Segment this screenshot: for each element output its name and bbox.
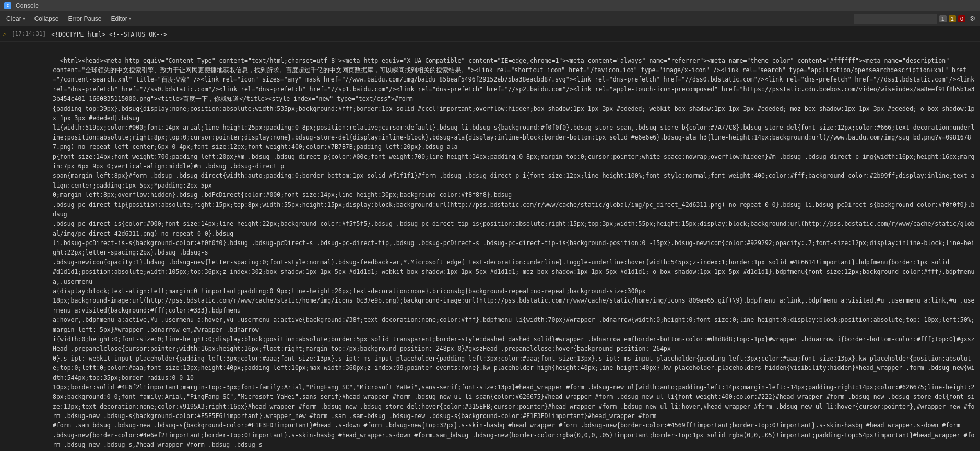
console-output[interactable]: ⚠ [17:14:31] <!DOCTYPE html> <!--STATUS … bbox=[0, 26, 980, 451]
warning-icon: ⚠ bbox=[3, 30, 6, 38]
console-icon: C bbox=[4, 2, 11, 9]
badge-error: 0 bbox=[958, 15, 965, 22]
badge-1: 1 bbox=[939, 15, 947, 22]
clear-button[interactable]: Clear ▾ bbox=[2, 13, 29, 25]
clear-dropdown-arrow: ▾ bbox=[23, 16, 25, 21]
log-entry: ⚠ [17:14:31] <!DOCTYPE html> <!--STATUS … bbox=[0, 28, 980, 42]
title-text: Console bbox=[16, 2, 39, 9]
log-timestamp: [17:14:31] bbox=[9, 29, 49, 38]
collapse-label: Collapse bbox=[34, 15, 59, 22]
spacer-icon bbox=[0, 43, 9, 44]
html-content-entry: <html><head><meta http-equiv="Content-Ty… bbox=[0, 42, 980, 451]
toolbar: Clear ▾ Collapse Error Pause Editor ▾ 1 … bbox=[0, 11, 980, 26]
settings-button[interactable]: ⚙ bbox=[967, 14, 978, 23]
search-input[interactable] bbox=[854, 14, 937, 24]
toolbar-right: 1 1 0 ⚙ bbox=[854, 14, 978, 24]
error-pause-button[interactable]: Error Pause bbox=[64, 13, 105, 25]
log-message: <!DOCTYPE html> <!--STATUS OK--> bbox=[49, 29, 980, 40]
editor-button[interactable]: Editor ▾ bbox=[107, 13, 135, 25]
error-pause-label: Error Pause bbox=[68, 15, 101, 22]
clear-label: Clear bbox=[6, 15, 21, 22]
editor-label: Editor bbox=[111, 15, 127, 22]
editor-dropdown-arrow: ▾ bbox=[129, 16, 131, 21]
collapse-button[interactable]: Collapse bbox=[30, 13, 63, 25]
log-icon-warning: ⚠ bbox=[0, 29, 9, 38]
badge-warning: 1 bbox=[949, 15, 956, 22]
title-bar: C Console bbox=[0, 0, 980, 11]
blank-timestamp bbox=[9, 43, 49, 45]
html-content: <html><head><meta http-equiv="Content-Ty… bbox=[49, 43, 980, 451]
